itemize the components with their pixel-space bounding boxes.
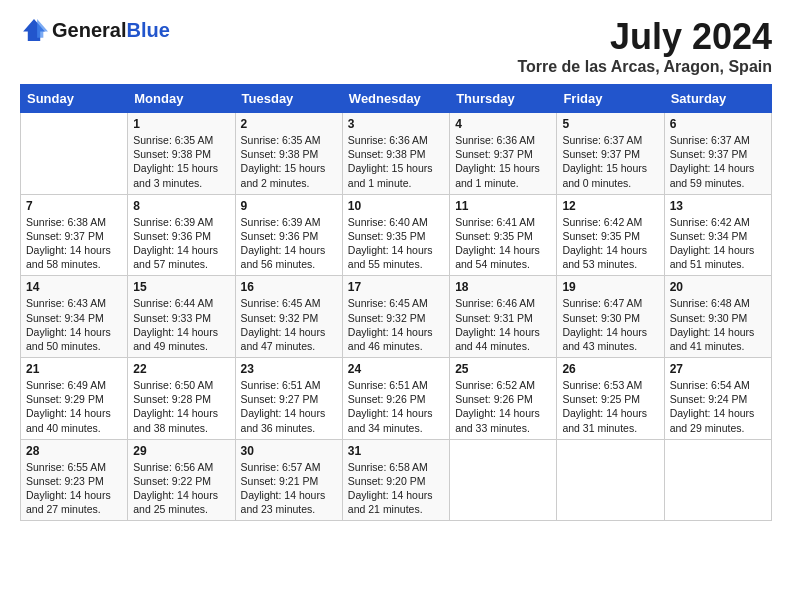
table-row: 21Sunrise: 6:49 AMSunset: 9:29 PMDayligh… bbox=[21, 358, 128, 440]
svg-marker-1 bbox=[37, 19, 48, 38]
day-info: Sunrise: 6:35 AMSunset: 9:38 PMDaylight:… bbox=[133, 133, 229, 190]
table-row: 5Sunrise: 6:37 AMSunset: 9:37 PMDaylight… bbox=[557, 113, 664, 195]
table-row: 3Sunrise: 6:36 AMSunset: 9:38 PMDaylight… bbox=[342, 113, 449, 195]
table-row: 8Sunrise: 6:39 AMSunset: 9:36 PMDaylight… bbox=[128, 194, 235, 276]
table-row bbox=[664, 439, 771, 521]
day-number: 20 bbox=[670, 280, 766, 294]
day-number: 28 bbox=[26, 444, 122, 458]
day-info: Sunrise: 6:48 AMSunset: 9:30 PMDaylight:… bbox=[670, 296, 766, 353]
day-info: Sunrise: 6:37 AMSunset: 9:37 PMDaylight:… bbox=[562, 133, 658, 190]
table-row: 15Sunrise: 6:44 AMSunset: 9:33 PMDayligh… bbox=[128, 276, 235, 358]
day-number: 10 bbox=[348, 199, 444, 213]
calendar-week-row: 28Sunrise: 6:55 AMSunset: 9:23 PMDayligh… bbox=[21, 439, 772, 521]
header-monday: Monday bbox=[128, 85, 235, 113]
day-info: Sunrise: 6:39 AMSunset: 9:36 PMDaylight:… bbox=[241, 215, 337, 272]
table-row: 1Sunrise: 6:35 AMSunset: 9:38 PMDaylight… bbox=[128, 113, 235, 195]
table-row: 12Sunrise: 6:42 AMSunset: 9:35 PMDayligh… bbox=[557, 194, 664, 276]
title-section: July 2024 Torre de las Arcas, Aragon, Sp… bbox=[517, 16, 772, 76]
day-info: Sunrise: 6:41 AMSunset: 9:35 PMDaylight:… bbox=[455, 215, 551, 272]
logo-blue: Blue bbox=[126, 19, 169, 41]
day-info: Sunrise: 6:58 AMSunset: 9:20 PMDaylight:… bbox=[348, 460, 444, 517]
header-saturday: Saturday bbox=[664, 85, 771, 113]
day-info: Sunrise: 6:52 AMSunset: 9:26 PMDaylight:… bbox=[455, 378, 551, 435]
table-row: 30Sunrise: 6:57 AMSunset: 9:21 PMDayligh… bbox=[235, 439, 342, 521]
table-row: 27Sunrise: 6:54 AMSunset: 9:24 PMDayligh… bbox=[664, 358, 771, 440]
subtitle: Torre de las Arcas, Aragon, Spain bbox=[517, 58, 772, 76]
header-thursday: Thursday bbox=[450, 85, 557, 113]
day-info: Sunrise: 6:37 AMSunset: 9:37 PMDaylight:… bbox=[670, 133, 766, 190]
day-info: Sunrise: 6:55 AMSunset: 9:23 PMDaylight:… bbox=[26, 460, 122, 517]
table-row: 19Sunrise: 6:47 AMSunset: 9:30 PMDayligh… bbox=[557, 276, 664, 358]
table-row bbox=[557, 439, 664, 521]
day-info: Sunrise: 6:36 AMSunset: 9:37 PMDaylight:… bbox=[455, 133, 551, 190]
table-row: 29Sunrise: 6:56 AMSunset: 9:22 PMDayligh… bbox=[128, 439, 235, 521]
day-number: 23 bbox=[241, 362, 337, 376]
day-number: 17 bbox=[348, 280, 444, 294]
logo-container: GeneralBlue bbox=[20, 16, 170, 44]
table-row bbox=[21, 113, 128, 195]
table-row: 22Sunrise: 6:50 AMSunset: 9:28 PMDayligh… bbox=[128, 358, 235, 440]
day-info: Sunrise: 6:43 AMSunset: 9:34 PMDaylight:… bbox=[26, 296, 122, 353]
day-info: Sunrise: 6:53 AMSunset: 9:25 PMDaylight:… bbox=[562, 378, 658, 435]
table-row: 28Sunrise: 6:55 AMSunset: 9:23 PMDayligh… bbox=[21, 439, 128, 521]
day-number: 11 bbox=[455, 199, 551, 213]
day-info: Sunrise: 6:40 AMSunset: 9:35 PMDaylight:… bbox=[348, 215, 444, 272]
day-info: Sunrise: 6:47 AMSunset: 9:30 PMDaylight:… bbox=[562, 296, 658, 353]
day-info: Sunrise: 6:35 AMSunset: 9:38 PMDaylight:… bbox=[241, 133, 337, 190]
day-info: Sunrise: 6:45 AMSunset: 9:32 PMDaylight:… bbox=[348, 296, 444, 353]
day-number: 5 bbox=[562, 117, 658, 131]
table-row: 11Sunrise: 6:41 AMSunset: 9:35 PMDayligh… bbox=[450, 194, 557, 276]
day-number: 24 bbox=[348, 362, 444, 376]
table-row: 4Sunrise: 6:36 AMSunset: 9:37 PMDaylight… bbox=[450, 113, 557, 195]
day-number: 30 bbox=[241, 444, 337, 458]
day-number: 3 bbox=[348, 117, 444, 131]
day-info: Sunrise: 6:44 AMSunset: 9:33 PMDaylight:… bbox=[133, 296, 229, 353]
day-number: 13 bbox=[670, 199, 766, 213]
logo-general: General bbox=[52, 19, 126, 41]
day-number: 2 bbox=[241, 117, 337, 131]
table-row: 6Sunrise: 6:37 AMSunset: 9:37 PMDaylight… bbox=[664, 113, 771, 195]
table-row: 9Sunrise: 6:39 AMSunset: 9:36 PMDaylight… bbox=[235, 194, 342, 276]
table-row bbox=[450, 439, 557, 521]
table-row: 23Sunrise: 6:51 AMSunset: 9:27 PMDayligh… bbox=[235, 358, 342, 440]
day-number: 1 bbox=[133, 117, 229, 131]
day-number: 22 bbox=[133, 362, 229, 376]
day-info: Sunrise: 6:42 AMSunset: 9:35 PMDaylight:… bbox=[562, 215, 658, 272]
day-number: 26 bbox=[562, 362, 658, 376]
day-info: Sunrise: 6:50 AMSunset: 9:28 PMDaylight:… bbox=[133, 378, 229, 435]
day-info: Sunrise: 6:36 AMSunset: 9:38 PMDaylight:… bbox=[348, 133, 444, 190]
day-number: 7 bbox=[26, 199, 122, 213]
table-row: 26Sunrise: 6:53 AMSunset: 9:25 PMDayligh… bbox=[557, 358, 664, 440]
day-number: 29 bbox=[133, 444, 229, 458]
day-info: Sunrise: 6:54 AMSunset: 9:24 PMDaylight:… bbox=[670, 378, 766, 435]
day-number: 19 bbox=[562, 280, 658, 294]
header-wednesday: Wednesday bbox=[342, 85, 449, 113]
day-number: 25 bbox=[455, 362, 551, 376]
day-number: 8 bbox=[133, 199, 229, 213]
table-row: 13Sunrise: 6:42 AMSunset: 9:34 PMDayligh… bbox=[664, 194, 771, 276]
table-row: 17Sunrise: 6:45 AMSunset: 9:32 PMDayligh… bbox=[342, 276, 449, 358]
day-number: 15 bbox=[133, 280, 229, 294]
calendar-week-row: 21Sunrise: 6:49 AMSunset: 9:29 PMDayligh… bbox=[21, 358, 772, 440]
day-number: 21 bbox=[26, 362, 122, 376]
day-info: Sunrise: 6:38 AMSunset: 9:37 PMDaylight:… bbox=[26, 215, 122, 272]
day-number: 12 bbox=[562, 199, 658, 213]
page-header: GeneralBlue July 2024 Torre de las Arcas… bbox=[20, 16, 772, 76]
table-row: 20Sunrise: 6:48 AMSunset: 9:30 PMDayligh… bbox=[664, 276, 771, 358]
day-number: 14 bbox=[26, 280, 122, 294]
header-friday: Friday bbox=[557, 85, 664, 113]
day-info: Sunrise: 6:39 AMSunset: 9:36 PMDaylight:… bbox=[133, 215, 229, 272]
calendar-week-row: 14Sunrise: 6:43 AMSunset: 9:34 PMDayligh… bbox=[21, 276, 772, 358]
day-info: Sunrise: 6:49 AMSunset: 9:29 PMDaylight:… bbox=[26, 378, 122, 435]
logo-icon bbox=[20, 16, 48, 44]
table-row: 10Sunrise: 6:40 AMSunset: 9:35 PMDayligh… bbox=[342, 194, 449, 276]
day-info: Sunrise: 6:51 AMSunset: 9:27 PMDaylight:… bbox=[241, 378, 337, 435]
table-row: 16Sunrise: 6:45 AMSunset: 9:32 PMDayligh… bbox=[235, 276, 342, 358]
day-number: 6 bbox=[670, 117, 766, 131]
calendar-week-row: 1Sunrise: 6:35 AMSunset: 9:38 PMDaylight… bbox=[21, 113, 772, 195]
table-row: 18Sunrise: 6:46 AMSunset: 9:31 PMDayligh… bbox=[450, 276, 557, 358]
logo-text: GeneralBlue bbox=[52, 19, 170, 42]
table-row: 25Sunrise: 6:52 AMSunset: 9:26 PMDayligh… bbox=[450, 358, 557, 440]
header-sunday: Sunday bbox=[21, 85, 128, 113]
main-title: July 2024 bbox=[517, 16, 772, 58]
